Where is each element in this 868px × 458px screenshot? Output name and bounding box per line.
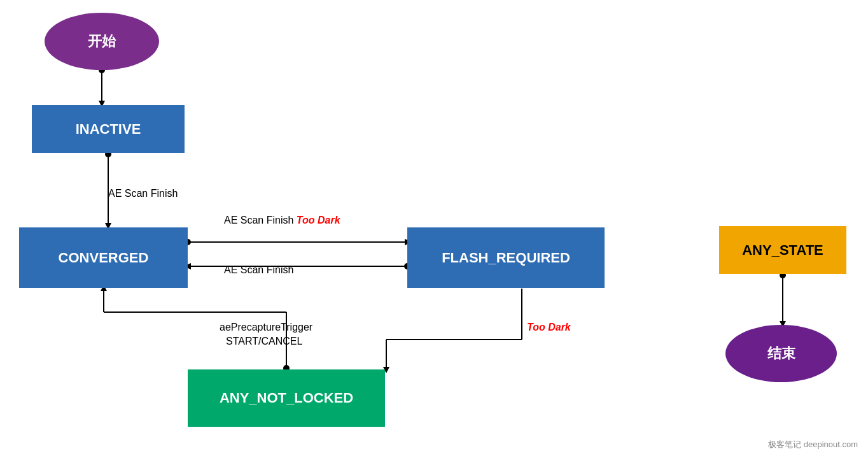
any-state-label: ANY_STATE	[742, 242, 823, 259]
any-not-locked-label: ANY_NOT_LOCKED	[220, 390, 353, 406]
converged-label: CONVERGED	[59, 250, 149, 266]
label-too-dark-2-text: Too Dark	[527, 322, 571, 333]
watermark-text: 极客笔记 deepinout.com	[768, 440, 858, 449]
label-ae-precapture: aePrecaptureTrigger	[220, 322, 312, 333]
label-ae-scan-finish-1: AE Scan Finish	[108, 188, 178, 199]
label-ae-precapture-text: aePrecaptureTrigger	[220, 322, 312, 333]
start-label: 开始	[88, 32, 116, 51]
label-too-dark-1: Too Dark	[297, 215, 340, 225]
label-ae-scan-finish-1-text: AE Scan Finish	[108, 188, 178, 199]
label-start-cancel-text: START/CANCEL	[226, 336, 302, 347]
label-ae-scan-finish-too-dark: AE Scan Finish Too Dark	[224, 215, 340, 226]
flash-required-node: FLASH_REQUIRED	[407, 227, 605, 288]
any-not-locked-node: ANY_NOT_LOCKED	[188, 369, 385, 427]
label-start-cancel: START/CANCEL	[226, 336, 302, 347]
label-ae-scan-finish-2-text: AE Scan Finish	[224, 264, 293, 275]
label-too-dark-2: Too Dark	[527, 322, 571, 333]
end-node: 结束	[725, 325, 837, 382]
watermark: 极客笔记 deepinout.com	[768, 439, 858, 450]
inactive-label: INACTIVE	[76, 121, 141, 138]
end-label: 结束	[767, 344, 795, 363]
converged-node: CONVERGED	[19, 227, 188, 288]
label-ae-scan-finish-2: AE Scan Finish	[224, 264, 293, 276]
any-state-node: ANY_STATE	[719, 226, 846, 274]
diagram-container: 开始 INACTIVE CONVERGED FLASH_REQUIRED ANY…	[0, 0, 868, 458]
label-ae-scan-finish-too-dark-text: AE Scan Finish	[224, 215, 297, 225]
flash-required-label: FLASH_REQUIRED	[442, 250, 570, 266]
inactive-node: INACTIVE	[32, 105, 185, 153]
start-node: 开始	[45, 13, 159, 70]
